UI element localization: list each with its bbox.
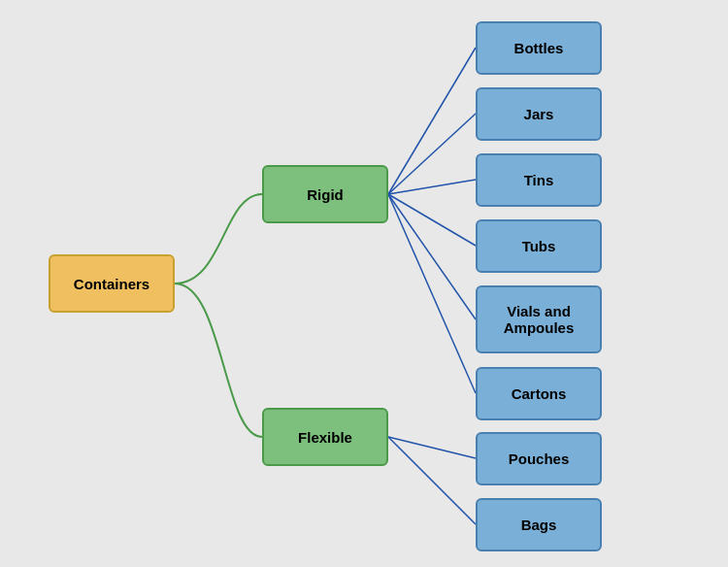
svg-line-6 — [388, 437, 476, 458]
vials-label: Vials and Ampoules — [478, 303, 600, 336]
cartons-node: Cartons — [476, 367, 602, 420]
tubs-node: Tubs — [476, 219, 602, 273]
svg-line-2 — [388, 180, 476, 194]
bags-node: Bags — [476, 498, 602, 551]
flexible-node: Flexible — [262, 408, 388, 466]
pouches-label: Pouches — [509, 450, 570, 467]
svg-line-1 — [388, 114, 476, 194]
tins-node: Tins — [476, 153, 602, 207]
tins-label: Tins — [524, 172, 554, 188]
svg-line-3 — [388, 194, 476, 246]
svg-line-7 — [388, 437, 476, 524]
bottles-node: Bottles — [476, 21, 602, 75]
jars-label: Jars — [524, 106, 554, 122]
containers-label: Containers — [74, 276, 149, 292]
svg-line-5 — [388, 194, 476, 393]
pouches-node: Pouches — [476, 432, 602, 485]
tubs-label: Tubs — [522, 238, 556, 254]
rigid-node: Rigid — [262, 165, 388, 223]
bags-label: Bags — [521, 517, 557, 533]
vials-node: Vials and Ampoules — [476, 285, 602, 353]
containers-node: Containers — [49, 254, 175, 313]
svg-line-4 — [388, 194, 476, 319]
rigid-label: Rigid — [307, 186, 344, 203]
cartons-label: Cartons — [512, 385, 567, 402]
bottles-label: Bottles — [514, 40, 564, 56]
jars-node: Jars — [476, 87, 602, 141]
svg-line-0 — [388, 48, 476, 194]
flexible-label: Flexible — [298, 429, 352, 446]
diagram: Containers Rigid Flexible Bottles Jars T… — [0, 0, 728, 567]
